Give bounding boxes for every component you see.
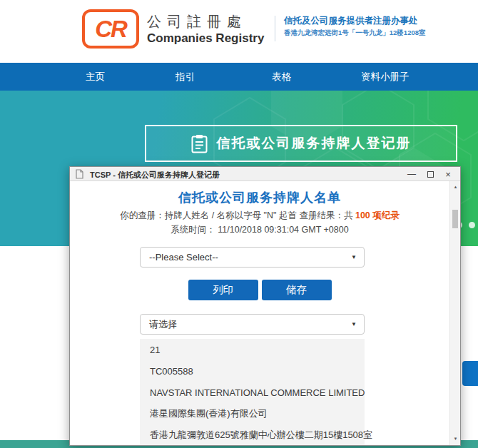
scroll-down-icon[interactable]: ▼ [450, 433, 460, 444]
chevron-down-icon: ▼ [351, 254, 357, 260]
close-icon[interactable]: × [439, 167, 457, 181]
cr-logo[interactable]: CR [82, 9, 139, 49]
maximize-square [427, 171, 434, 178]
popup-titlebar[interactable]: TCSP - 信托或公司服务持牌人登记册 — × [70, 167, 460, 181]
maximize-icon[interactable] [422, 167, 439, 181]
record-select-dropdown[interactable]: --Please Select-- ▼ [140, 247, 365, 268]
system-time-label: 系统时间： [171, 225, 215, 235]
licensees-list-heading: 信托或公司服务持牌人名单 [70, 189, 449, 206]
popup-scrollbar[interactable]: ▲ ▼ [449, 181, 460, 445]
header-divider [275, 16, 275, 41]
scrollbar-thumb[interactable] [452, 210, 458, 228]
tcsp-register-button-label: 信托或公司服务持牌人登记册 [217, 134, 412, 153]
print-button[interactable]: 列印 [188, 280, 258, 300]
office-name: 信托及公司服务提供者注册办事处 [284, 15, 418, 27]
main-nav: 主页 指引 表格 资料小册子 [0, 63, 478, 91]
search-summary: 你的查册：持牌人姓名 / 名称以字母 "N" 起首 查册结果：共 100 项纪录 [70, 210, 449, 222]
search-summary-text: 你的查册：持牌人姓名 / 名称以字母 "N" 起首 查册结果：共 [120, 210, 355, 220]
minimize-icon[interactable]: — [403, 167, 420, 181]
nav-item-guidelines[interactable]: 指引 [176, 63, 195, 91]
tcsp-popup-window: TCSP - 信托或公司服务持牌人登记册 — × 信托或公司服务持牌人名单 你的… [69, 166, 461, 446]
nav-item-home[interactable]: 主页 [86, 63, 105, 91]
action-button-row: 列印 储存 [70, 280, 449, 300]
system-time-value: 11/10/2018 09:31:04 GMT +0800 [218, 225, 348, 235]
site-header: CR 公司註冊處 Companies Registry 信托及公司服务提供者注册… [0, 0, 478, 63]
record-index: 21 [140, 339, 365, 360]
document-icon [76, 169, 83, 179]
save-button[interactable]: 储存 [262, 280, 332, 300]
page-select-dropdown[interactable]: 请选择 ▼ [140, 314, 365, 335]
nav-item-pamphlets[interactable]: 资料小册子 [361, 63, 410, 91]
nav-item-forms[interactable]: 表格 [272, 63, 291, 91]
clipboard-icon [191, 134, 208, 153]
brand-name-english: Companies Registry [147, 31, 264, 46]
popup-content: 信托或公司服务持牌人名单 你的查册：持牌人姓名 / 名称以字母 "N" 起首 查… [70, 181, 460, 445]
record-address: 香港九龍彌敦道625號雅蘭中心辦公樓二期15樓1508室 [140, 424, 365, 445]
licensee-record-list: 21 TC005588 NAVSTAR INTERNATIONAL COMMER… [140, 339, 365, 445]
chevron-down-icon: ▼ [351, 321, 357, 327]
office-address: 香港九龙湾宏远街1号「一号九龙」12楼1208室 [284, 29, 425, 38]
carousel-dot[interactable] [469, 222, 475, 228]
brand-name-chinese: 公司註冊處 [147, 12, 247, 31]
record-licence-number: TC005588 [140, 360, 365, 382]
system-time: 系统时间： 11/10/2018 09:31:04 GMT +0800 [70, 224, 449, 236]
page-select-value: 请选择 [149, 318, 177, 331]
record-name-chinese: 港星國際集團(香港)有限公司 [140, 403, 365, 424]
cr-logo-text: CR [95, 16, 126, 43]
record-select-value: --Please Select-- [149, 252, 218, 263]
search-result-count: 100 项纪录 [355, 210, 400, 220]
tcsp-register-button[interactable]: 信托或公司服务持牌人登记册 [145, 125, 457, 162]
record-name-english: NAVSTAR INTERNATIONAL COMMERCE LIMITED [140, 382, 365, 403]
popup-title: TCSP - 信托或公司服务持牌人登记册 [90, 170, 220, 180]
scroll-up-icon[interactable]: ▲ [450, 181, 460, 192]
side-widget-partial[interactable] [462, 361, 478, 386]
